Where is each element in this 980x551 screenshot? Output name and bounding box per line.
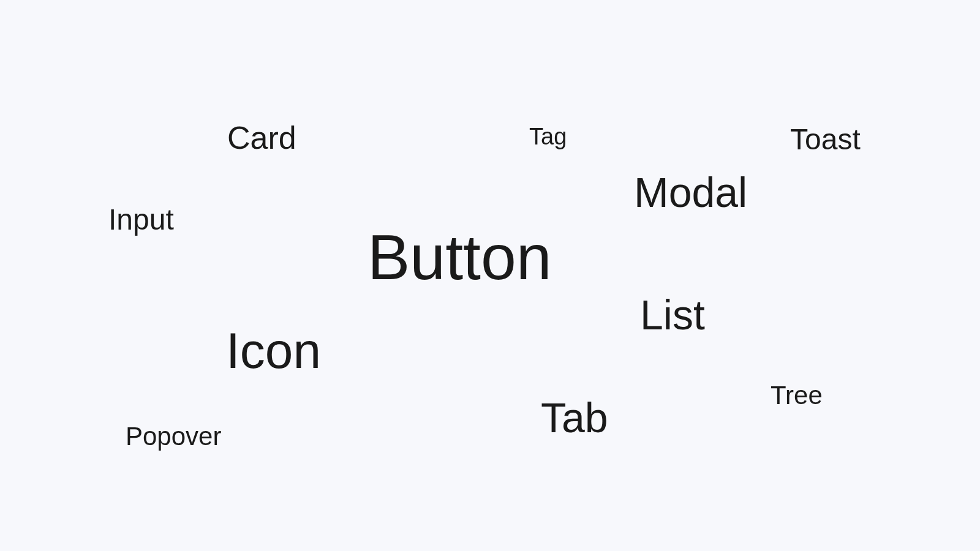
word-tab: Tab [541, 397, 608, 438]
word-button: Button [368, 225, 552, 289]
word-list: List [640, 294, 705, 335]
word-toast: Toast [790, 125, 861, 154]
word-tag: Tag [529, 125, 567, 148]
word-modal: Modal [634, 171, 747, 213]
word-card: Card [227, 122, 296, 154]
word-popover: Popover [126, 424, 221, 449]
word-tree: Tree [771, 383, 823, 408]
word-icon: Icon [226, 326, 321, 376]
word-input: Input [108, 205, 174, 234]
